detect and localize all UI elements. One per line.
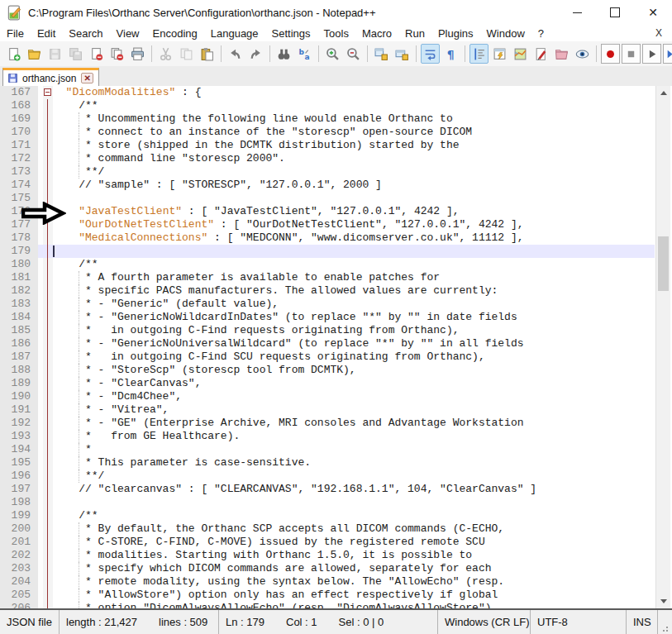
menu-item-macro[interactable]: Macro bbox=[355, 26, 398, 41]
fold-margin[interactable] bbox=[43, 403, 53, 417]
fold-margin[interactable] bbox=[43, 443, 53, 456]
close-button[interactable]: ✕ bbox=[634, 0, 672, 25]
menu-item-view[interactable]: View bbox=[110, 26, 146, 41]
line-number: 187 bbox=[0, 350, 38, 364]
fold-margin[interactable] bbox=[43, 483, 53, 496]
menu-item-settings[interactable]: Settings bbox=[265, 26, 317, 41]
menu-item-file[interactable]: File bbox=[0, 26, 31, 41]
fold-collapse-icon[interactable] bbox=[44, 88, 51, 96]
close-file-button[interactable] bbox=[87, 44, 106, 64]
toolbar-separator bbox=[596, 45, 597, 62]
sync-vertical-scroll-button[interactable] bbox=[372, 44, 391, 64]
fold-margin[interactable] bbox=[43, 417, 53, 430]
undo-button[interactable] bbox=[226, 44, 245, 64]
zoom-out-icon bbox=[346, 47, 360, 61]
tab-close-icon[interactable]: ✕ bbox=[81, 73, 93, 83]
document-edit-button[interactable] bbox=[531, 44, 550, 64]
menu-item-run[interactable]: Run bbox=[398, 26, 431, 41]
fold-margin[interactable] bbox=[43, 324, 53, 337]
fold-margin[interactable] bbox=[43, 152, 53, 165]
menu-close-doc-x[interactable]: X bbox=[652, 26, 665, 40]
code-line-194: 194 * bbox=[0, 443, 655, 456]
fold-margin[interactable] bbox=[43, 99, 53, 112]
fold-margin[interactable] bbox=[43, 245, 53, 258]
resize-grip[interactable] bbox=[658, 610, 672, 634]
paste-button[interactable] bbox=[198, 44, 217, 64]
fold-margin[interactable] bbox=[43, 337, 53, 350]
find-button[interactable] bbox=[274, 44, 293, 64]
fold-margin[interactable] bbox=[43, 311, 53, 324]
fold-margin[interactable] bbox=[43, 284, 53, 298]
fold-margin[interactable] bbox=[43, 112, 53, 126]
fold-margin[interactable] bbox=[43, 456, 53, 470]
fold-margin[interactable] bbox=[43, 350, 53, 364]
fold-margin[interactable] bbox=[43, 179, 53, 192]
new-file-button[interactable] bbox=[4, 44, 23, 64]
show-all-characters-button[interactable]: ¶ bbox=[441, 44, 460, 64]
fold-margin[interactable] bbox=[43, 364, 53, 377]
code-line-189: 189 * - "ClearCanvas", bbox=[0, 377, 655, 390]
macro-record-button[interactable] bbox=[601, 44, 620, 64]
sync-horizontal-scroll-button[interactable] bbox=[393, 44, 412, 64]
fold-margin[interactable] bbox=[43, 165, 53, 179]
menu-item-edit[interactable]: Edit bbox=[31, 26, 62, 41]
fold-margin[interactable] bbox=[43, 575, 53, 589]
scroll-down-arrow-icon[interactable] bbox=[656, 594, 670, 608]
fold-margin[interactable] bbox=[43, 271, 53, 284]
fold-margin[interactable] bbox=[43, 258, 53, 271]
fold-margin[interactable] bbox=[43, 589, 53, 602]
replace-button[interactable]: ba bbox=[295, 44, 314, 64]
fold-margin[interactable] bbox=[43, 509, 53, 522]
fold-margin[interactable] bbox=[43, 522, 53, 536]
menu-item-language[interactable]: Language bbox=[204, 26, 265, 41]
fold-margin[interactable] bbox=[43, 298, 53, 311]
open-file-button[interactable] bbox=[25, 44, 44, 64]
scrollbar-thumb[interactable] bbox=[658, 236, 669, 291]
menu-item-encoding[interactable]: Encoding bbox=[146, 26, 204, 41]
fold-margin[interactable] bbox=[43, 602, 53, 610]
fold-margin[interactable] bbox=[43, 390, 53, 403]
indent-guide-icon bbox=[472, 47, 486, 61]
fold-margin[interactable] bbox=[43, 430, 53, 443]
fold-margin[interactable] bbox=[43, 562, 53, 575]
fold-margin[interactable] bbox=[43, 126, 53, 139]
word-wrap-button[interactable] bbox=[421, 44, 440, 64]
vertical-scrollbar[interactable] bbox=[655, 86, 670, 608]
folder-as-workspace-button[interactable] bbox=[552, 44, 571, 64]
menu-item-help[interactable]: ? bbox=[531, 26, 550, 41]
print-button[interactable] bbox=[128, 44, 147, 64]
code-line-168: 168 /** bbox=[0, 99, 655, 112]
menu-item-plugins[interactable]: Plugins bbox=[431, 26, 480, 41]
fold-margin[interactable] bbox=[43, 549, 53, 562]
document-map-button[interactable] bbox=[511, 44, 530, 64]
zoom-in-icon bbox=[326, 47, 340, 61]
redo-button[interactable] bbox=[246, 44, 265, 64]
zoom-out-button[interactable] bbox=[344, 44, 363, 64]
fold-margin[interactable] bbox=[43, 496, 53, 509]
toolbar-separator bbox=[151, 45, 152, 62]
tab-orthanc-json[interactable]: orthanc.json ✕ bbox=[2, 68, 99, 86]
code-text: "JavaTestClient" : [ "JavaTestClient", "… bbox=[53, 205, 655, 218]
maximize-button[interactable] bbox=[596, 0, 634, 25]
minimize-button[interactable] bbox=[558, 0, 596, 25]
scroll-up-arrow-icon[interactable] bbox=[656, 86, 670, 100]
function-list-button[interactable] bbox=[490, 44, 509, 64]
code-editor[interactable]: 167 "DicomModalities" : {168 /**169 * Un… bbox=[0, 86, 672, 610]
menu-item-search[interactable]: Search bbox=[62, 26, 109, 41]
menu-item-window[interactable]: Window bbox=[480, 26, 531, 41]
zoom-in-button[interactable] bbox=[323, 44, 342, 64]
fold-margin[interactable] bbox=[43, 470, 53, 483]
indent-guide-button[interactable] bbox=[469, 44, 489, 64]
macro-stop-button[interactable] bbox=[622, 44, 641, 64]
fold-margin[interactable] bbox=[43, 536, 53, 549]
line-number: 185 bbox=[0, 324, 38, 337]
close-all-files-button[interactable] bbox=[107, 44, 126, 64]
macro-run-multiple-button[interactable] bbox=[663, 44, 672, 64]
fold-margin[interactable] bbox=[43, 139, 53, 152]
fold-margin[interactable] bbox=[43, 377, 53, 390]
document-monitor-button[interactable] bbox=[573, 44, 592, 64]
fold-margin[interactable] bbox=[43, 86, 53, 99]
macro-play-button[interactable] bbox=[642, 44, 661, 64]
menu-item-tools[interactable]: Tools bbox=[317, 26, 355, 41]
fold-margin[interactable] bbox=[43, 231, 53, 245]
